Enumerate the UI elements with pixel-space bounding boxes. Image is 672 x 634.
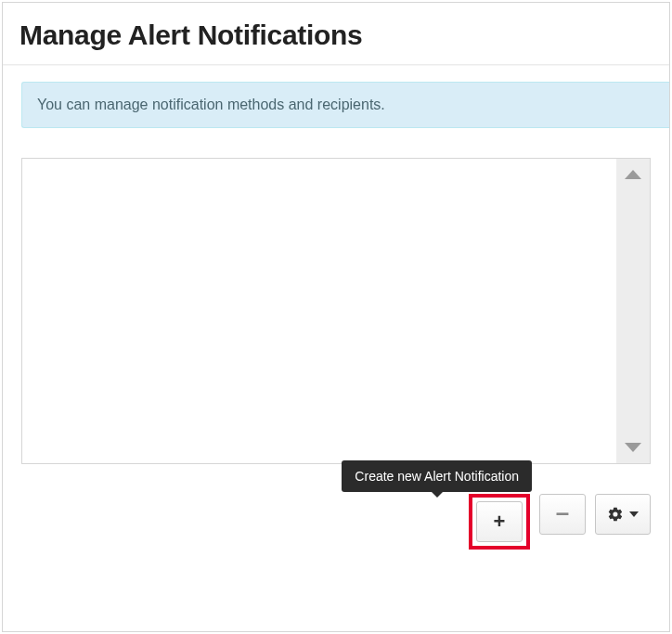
notification-list-body [22,159,616,463]
info-banner: You can manage notification methods and … [21,82,669,128]
notification-list[interactable] [21,158,651,464]
dialog: Manage Alert Notifications You can manag… [2,2,670,632]
toolbar: Create new Alert Notification + – [21,494,651,550]
settings-button[interactable] [595,494,651,535]
caret-down-icon [629,511,639,517]
scroll-up-icon[interactable] [625,170,641,179]
header: Manage Alert Notifications [3,3,669,65]
content-area: You can manage notification methods and … [3,65,669,631]
info-message: You can manage notification methods and … [37,97,385,112]
create-tooltip: Create new Alert Notification [342,460,532,492]
plus-icon: + [494,511,506,532]
page-title: Manage Alert Notifications [19,19,653,51]
minus-icon: – [556,500,569,524]
add-button[interactable]: + [476,501,523,542]
add-button-highlight: + [469,494,530,550]
gear-icon [607,506,624,523]
create-tooltip-text: Create new Alert Notification [355,469,519,484]
remove-button[interactable]: – [539,494,586,535]
scrollbar[interactable] [616,159,650,463]
scroll-down-icon[interactable] [625,443,641,452]
